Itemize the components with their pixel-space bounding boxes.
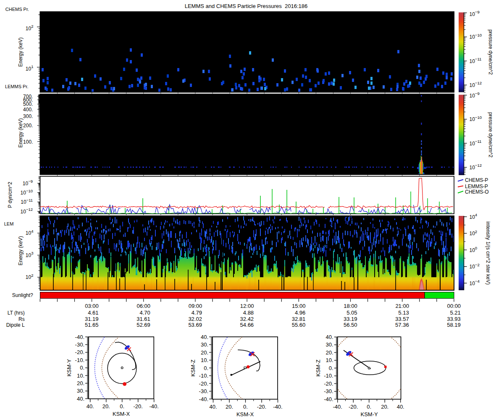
svg-text:-40.: -40.: [324, 396, 333, 402]
svg-text:-20.: -20.: [349, 404, 358, 410]
svg-text:-40.: -40.: [333, 404, 342, 410]
svg-text:40.: 40.: [326, 334, 333, 340]
svg-text:33.93: 33.93: [447, 316, 461, 322]
svg-text:-20.: -20.: [75, 349, 84, 355]
svg-text:58.19: 58.19: [447, 322, 461, 328]
svg-text:20.: 20.: [201, 349, 208, 356]
svg-text:00:00: 00:00: [447, 303, 461, 309]
svg-text:KSM-X: KSM-X: [113, 411, 130, 417]
svg-text:40.: 40.: [209, 404, 217, 410]
svg-text:400.: 400.: [23, 107, 33, 113]
svg-text:-20.: -20.: [133, 403, 142, 410]
svg-text:KSM-Z: KSM-Z: [190, 360, 196, 377]
svg-text:-10.: -10.: [199, 373, 208, 379]
svg-text:-40.: -40.: [199, 396, 208, 402]
svg-text:20.: 20.: [226, 404, 233, 410]
svg-text:-40.: -40.: [149, 403, 158, 410]
svg-text:20.: 20.: [102, 403, 110, 410]
svg-text:5.13: 5.13: [398, 310, 409, 316]
svg-text:-40.: -40.: [75, 334, 84, 340]
svg-text:P dyn/cm^2: P dyn/cm^2: [7, 182, 13, 208]
svg-text:100.: 100.: [23, 139, 33, 145]
svg-text:700.: 700.: [23, 94, 33, 100]
svg-text:Dipole L: Dipole L: [6, 322, 25, 328]
svg-text:CHEMS-P: CHEMS-P: [465, 177, 488, 183]
svg-text:4.96: 4.96: [295, 310, 305, 316]
svg-text:KSM-Y: KSM-Y: [66, 359, 72, 377]
svg-text:31.19: 31.19: [85, 316, 99, 322]
svg-text:-20.: -20.: [199, 381, 208, 387]
svg-text:-30.: -30.: [75, 341, 84, 348]
svg-text:4.70: 4.70: [139, 310, 150, 316]
svg-text:5.05: 5.05: [346, 310, 357, 316]
svg-text:KSM-X: KSM-X: [236, 411, 254, 417]
svg-text:-10.: -10.: [324, 373, 333, 379]
svg-text:06:00: 06:00: [136, 303, 150, 309]
svg-text:Energy (keV): Energy (keV): [18, 118, 24, 147]
svg-text:10.: 10.: [77, 373, 84, 379]
svg-text:LEMMS and CHEMS Particle Press: LEMMS and CHEMS Particle Pressures 2016:…: [185, 3, 308, 9]
svg-text:4.61: 4.61: [88, 310, 98, 316]
svg-text:CHEMS-O: CHEMS-O: [465, 189, 489, 195]
svg-text:Energy (keV): Energy (keV): [18, 37, 24, 67]
svg-text:18:00: 18:00: [344, 303, 357, 309]
svg-text:200.: 200.: [23, 123, 33, 129]
svg-text:4.88: 4.88: [243, 310, 254, 316]
svg-text:0.: 0.: [204, 365, 208, 371]
svg-text:33.19: 33.19: [344, 316, 357, 322]
svg-text:0.: 0.: [329, 365, 333, 371]
svg-text:pressure dyne/cm^2: pressure dyne/cm^2: [488, 112, 494, 158]
svg-text:intensity 1/(s cm^2 ster keV): intensity 1/(s cm^2 ster keV): [485, 221, 491, 284]
svg-text:31.61: 31.61: [136, 316, 150, 322]
svg-text:20.: 20.: [77, 380, 84, 386]
svg-text:12:00: 12:00: [240, 303, 254, 309]
svg-text:21:00: 21:00: [395, 303, 409, 309]
svg-text:20.: 20.: [381, 404, 388, 410]
svg-text:0.: 0.: [80, 365, 84, 371]
svg-text:54.66: 54.66: [240, 322, 254, 328]
svg-text:40.: 40.: [87, 403, 94, 410]
svg-text:10.: 10.: [326, 357, 333, 363]
svg-text:-10.: -10.: [75, 357, 84, 363]
svg-text:pressure dyne/cm^2: pressure dyne/cm^2: [488, 29, 494, 75]
svg-text:KSM-Y: KSM-Y: [361, 411, 378, 417]
svg-text:30.: 30.: [326, 341, 333, 348]
svg-text:52.69: 52.69: [136, 322, 150, 328]
svg-text:0.: 0.: [367, 404, 371, 410]
svg-text:-40.: -40.: [273, 404, 282, 410]
svg-text:LEMMS Pr.: LEMMS Pr.: [5, 84, 29, 89]
svg-text:0.: 0.: [243, 404, 248, 410]
svg-text:30.: 30.: [201, 341, 208, 348]
svg-text:55.60: 55.60: [292, 322, 306, 328]
svg-text:40.: 40.: [201, 334, 208, 340]
svg-text:40.: 40.: [77, 396, 84, 402]
svg-text:LT (hrs): LT (hrs): [8, 310, 25, 316]
svg-text:10.: 10.: [201, 357, 208, 363]
svg-text:4.79: 4.79: [192, 310, 202, 316]
svg-text:0.: 0.: [120, 403, 124, 410]
svg-text:5.21: 5.21: [450, 310, 461, 316]
svg-text:CHEMS Pr.: CHEMS Pr.: [5, 7, 29, 12]
svg-text:LEM: LEM: [4, 221, 14, 226]
svg-text:300.: 300.: [23, 113, 33, 119]
svg-text:53.69: 53.69: [188, 322, 202, 328]
svg-text:32.42: 32.42: [240, 316, 254, 322]
svg-text:30.: 30.: [77, 388, 84, 394]
svg-text:-20.: -20.: [324, 381, 333, 387]
svg-text:Energy (keV): Energy (keV): [18, 236, 24, 265]
svg-text:LEMMS-P: LEMMS-P: [465, 184, 488, 189]
svg-text:-30.: -30.: [324, 388, 333, 394]
svg-text:33.57: 33.57: [395, 316, 409, 322]
svg-text:20.: 20.: [326, 349, 333, 356]
svg-text:09:00: 09:00: [189, 303, 202, 309]
svg-text:-20.: -20.: [257, 404, 266, 410]
svg-text:Sunlight?: Sunlight?: [12, 292, 33, 298]
svg-text:Rs: Rs: [18, 316, 25, 322]
svg-text:56.50: 56.50: [344, 322, 357, 328]
svg-text:15:00: 15:00: [292, 303, 306, 309]
svg-text:03:00: 03:00: [85, 303, 99, 309]
svg-text:51.65: 51.65: [85, 322, 99, 328]
svg-text:57.36: 57.36: [395, 322, 409, 328]
svg-text:40.: 40.: [397, 404, 404, 410]
svg-text:32.02: 32.02: [188, 316, 202, 322]
